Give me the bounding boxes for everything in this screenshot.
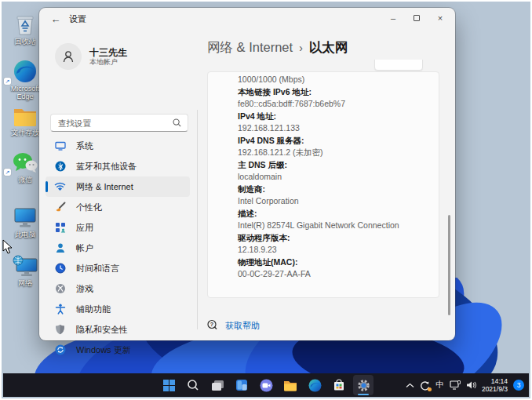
property-value: Intel(R) 82574L Gigabit Network Connecti… xyxy=(238,220,409,232)
nav-item-bluetooth-devices[interactable]: 蓝牙和其他设备 xyxy=(46,156,190,176)
tray-network-icon[interactable] xyxy=(450,380,461,390)
nav-item-label: 个性化 xyxy=(76,202,102,213)
close-button[interactable]: × xyxy=(428,8,452,27)
nav-item-system[interactable]: 系统 xyxy=(46,136,190,156)
sidebar-divider xyxy=(197,110,198,329)
nav-item-label: 蓝牙和其他设备 xyxy=(76,161,137,173)
nav-item-gaming[interactable]: 游戏 xyxy=(46,278,190,299)
copy-button-partial[interactable] xyxy=(374,60,423,71)
link-speed-value: 1000/1000 (Mbps) xyxy=(238,74,409,86)
search-icon xyxy=(173,118,181,127)
search-input[interactable] xyxy=(51,118,173,128)
page-title: 以太网 xyxy=(309,39,348,56)
shortcut-arrow-icon: ↗ xyxy=(4,78,11,85)
property-label: 描述: xyxy=(238,208,439,220)
tray-time: 14:14 xyxy=(482,377,508,385)
svg-text:?: ? xyxy=(210,322,213,327)
nav-item-privacy-security[interactable]: 隐私和安全性 xyxy=(46,319,190,340)
brush-icon xyxy=(54,202,66,213)
tray-sync-icon[interactable] xyxy=(420,380,430,391)
content-scroll-area[interactable]: 1000/1000 (Mbps) 本地链接 IPv6 地址: fe80::cd5… xyxy=(201,60,448,304)
sync-badge xyxy=(428,387,432,391)
property-value: 192.168.121.133 xyxy=(238,122,409,135)
wifi-icon xyxy=(54,181,66,193)
nav-item-label: 网络 & Internet xyxy=(76,181,133,193)
user-account-type: 本地帐户 xyxy=(89,58,127,67)
content-scrollbar[interactable] xyxy=(448,215,450,315)
minimize-button[interactable]: – xyxy=(381,8,405,27)
user-name: 十三先生 xyxy=(89,47,127,58)
nav-item-label: 隐私和安全性 xyxy=(76,324,128,336)
nav-item-label: 时间和语言 xyxy=(76,263,119,275)
nav-item-label: 帐户 xyxy=(76,242,93,254)
nav-item-accounts[interactable]: 帐户 xyxy=(46,238,190,258)
taskbar: 中 14:14 2021/9/3 3 xyxy=(3,373,529,397)
property-value: Intel Corporation xyxy=(238,195,409,208)
nav-item-apps[interactable]: 应用 xyxy=(46,217,190,238)
person-icon xyxy=(54,242,66,254)
breadcrumb: 网络 & Internet › 以太网 xyxy=(207,39,348,56)
property-label: 物理地址(MAC): xyxy=(238,256,439,269)
ime-indicator[interactable]: 中 xyxy=(435,380,444,391)
start-button[interactable] xyxy=(159,375,179,395)
search-taskbar-button[interactable] xyxy=(183,375,203,395)
clock[interactable]: 14:14 2021/9/3 xyxy=(482,377,508,393)
store-button[interactable] xyxy=(329,375,349,395)
property-value: localdomain xyxy=(238,171,409,184)
sidebar: 十三先生 本地帐户 xyxy=(39,29,198,340)
nav-item-label: 应用 xyxy=(76,222,93,234)
titlebar[interactable]: ← 设置 – × xyxy=(39,8,455,29)
settings-taskbar-button[interactable] xyxy=(353,375,373,395)
help-link-label: 获取帮助 xyxy=(225,320,260,332)
user-account[interactable]: 十三先生 本地帐户 xyxy=(55,43,127,70)
property-value: fe80::cd5a:bdff:7687:b6eb%7 xyxy=(238,98,409,111)
shield-icon xyxy=(54,324,66,336)
property-value: 12.18.9.23 xyxy=(238,244,409,256)
desktop[interactable]: 回收站 ↗ Microsoft Edge xyxy=(2,2,530,398)
tray-chevron-up-icon[interactable] xyxy=(406,383,414,388)
property-label: 驱动程序版本: xyxy=(238,232,439,245)
property-label: 主 DNS 后缀: xyxy=(238,159,439,172)
avatar xyxy=(55,43,82,70)
nav-item-label: 系统 xyxy=(76,140,93,152)
back-button[interactable]: ← xyxy=(49,13,63,25)
maximize-button[interactable] xyxy=(405,8,428,27)
get-help-link[interactable]: ? 获取帮助 xyxy=(207,318,260,333)
mouse-cursor xyxy=(2,239,13,254)
breadcrumb-separator-icon: › xyxy=(299,42,303,54)
nav-item-windows-update[interactable]: Windows 更新 xyxy=(46,340,190,360)
property-label: IPv4 DNS 服务器: xyxy=(238,135,439,147)
tray-volume-icon[interactable] xyxy=(466,380,476,390)
breadcrumb-parent[interactable]: 网络 & Internet xyxy=(207,39,293,56)
settings-search[interactable] xyxy=(50,114,188,132)
ethernet-properties-card: 1000/1000 (Mbps) 本地链接 IPv6 地址: fe80::cd5… xyxy=(207,71,439,298)
property-label: 制造商: xyxy=(238,184,439,196)
screen: 回收站 ↗ Microsoft Edge xyxy=(0,0,532,400)
apps-icon xyxy=(54,222,66,234)
nav-item-label: Windows 更新 xyxy=(76,344,131,356)
clock-globe-icon xyxy=(54,263,66,275)
property-value: 192.168.121.2 (未加密) xyxy=(238,147,409,159)
shortcut-arrow-icon: ↗ xyxy=(4,169,11,176)
settings-nav: 系统 蓝牙和其他设备 网络 & Internet xyxy=(46,136,190,360)
accessibility-icon xyxy=(54,304,66,315)
nav-item-personalization[interactable]: 个性化 xyxy=(46,197,190,217)
tray-date: 2021/9/3 xyxy=(482,385,508,393)
settings-window: ← 设置 – × 十三 xyxy=(39,8,455,340)
edge-taskbar-button[interactable] xyxy=(304,375,325,395)
widgets-button[interactable] xyxy=(231,375,252,395)
update-icon xyxy=(54,344,66,356)
nav-item-accessibility[interactable]: 辅助功能 xyxy=(46,299,190,319)
window-title: 设置 xyxy=(69,13,86,25)
nav-item-time-language[interactable]: 时间和语言 xyxy=(46,258,190,278)
property-value: 00-0C-29-27-AA-FA xyxy=(238,268,409,281)
property-label: IPv4 地址: xyxy=(238,111,439,123)
nav-item-label: 游戏 xyxy=(76,283,93,295)
file-explorer-button[interactable] xyxy=(280,375,301,395)
task-view-button[interactable] xyxy=(207,375,228,395)
notification-count-badge[interactable]: 3 xyxy=(513,380,524,391)
nav-item-network-internet[interactable]: 网络 & Internet xyxy=(46,176,190,197)
help-icon: ? xyxy=(207,318,217,333)
bluetooth-icon xyxy=(54,161,66,173)
chat-button[interactable] xyxy=(256,375,276,395)
